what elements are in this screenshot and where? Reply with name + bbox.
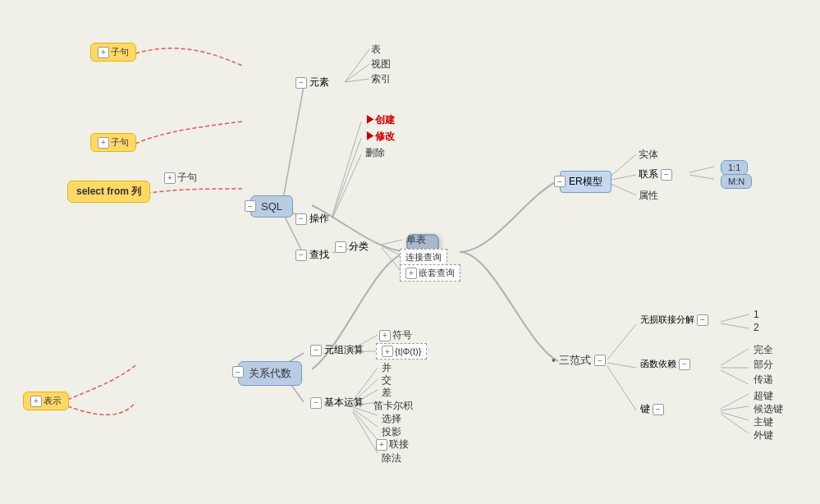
elements-group: − 元素 — [295, 76, 329, 89]
complete-label: 完全 — [754, 344, 773, 355]
relation-minus[interactable]: − — [661, 169, 672, 181]
table-label: 表 — [371, 44, 381, 55]
key-minus[interactable]: − — [653, 404, 664, 415]
num2-label: 2 — [754, 322, 759, 333]
svg-line-21 — [721, 314, 749, 322]
tuple-calc-plus[interactable]: + — [382, 346, 393, 357]
ziju1-plus-btn[interactable]: + — [98, 47, 109, 58]
relational-algebra-node: 关系代数 — [238, 361, 302, 386]
delete-label: 删除 — [365, 147, 385, 158]
primary-key-label: 主键 — [754, 416, 773, 428]
index-label: 索引 — [371, 73, 391, 85]
func-dep-minus[interactable]: − — [679, 359, 690, 370]
svg-line-5 — [345, 79, 369, 82]
symbol-plus[interactable]: + — [379, 330, 391, 341]
show-plus-btn[interactable]: + — [30, 396, 42, 407]
svg-line-25 — [721, 370, 749, 384]
er-model-minus-btn[interactable]: − — [554, 176, 566, 187]
three-normal-node: • 三范式 − — [552, 353, 606, 368]
entity-node: 实体 — [639, 148, 658, 162]
svg-line-10 — [382, 240, 402, 245]
entity-label: 实体 — [639, 149, 658, 160]
diff-node: 差 — [382, 386, 392, 400]
one-one-label: 1:1 — [728, 163, 740, 172]
complete-node: 完全 — [754, 343, 773, 357]
svg-line-20 — [607, 366, 636, 410]
group-calc-label: 元组演算 — [324, 343, 364, 357]
operations-minus[interactable]: − — [295, 213, 307, 225]
foreign-key-node: 外键 — [754, 428, 773, 442]
ziju2-plus-btn[interactable]: + — [98, 137, 109, 149]
ziju1-node: + 子句 — [90, 43, 136, 62]
show-node: + 表示 — [23, 392, 69, 410]
svg-line-29 — [721, 414, 749, 433]
num2-node: 2 — [754, 322, 759, 333]
svg-line-4 — [345, 64, 369, 82]
svg-line-26 — [721, 394, 749, 409]
ziju3-plus-btn[interactable]: + — [164, 172, 176, 184]
select-op-label: 选择 — [382, 413, 401, 424]
er-model-label: ER模型 — [569, 176, 602, 187]
svg-line-28 — [721, 412, 749, 420]
operations-group: − 操作 — [295, 212, 329, 226]
union-label: 并 — [382, 362, 392, 373]
join-op-plus[interactable]: + — [376, 439, 387, 451]
svg-line-27 — [721, 406, 749, 410]
svg-line-17 — [689, 175, 714, 179]
nested-query-plus[interactable]: + — [405, 268, 417, 279]
division-node: 除法 — [382, 451, 401, 465]
super-key-node: 超键 — [754, 389, 773, 403]
nested-query-node: + 嵌套查询 — [400, 264, 460, 282]
basic-ops-label: 基本运算 — [324, 396, 364, 410]
elements-label: 元素 — [309, 76, 329, 89]
mindmap-container: SQL − 关系代数 − ER模型 − • 三范式 − + 子句 + 子句 + … — [0, 0, 820, 504]
diff-label: 差 — [382, 387, 392, 398]
classify-group: − 分类 — [335, 240, 369, 254]
relational-algebra-minus-btn[interactable]: − — [232, 366, 244, 378]
symbol-label: 符号 — [392, 328, 412, 342]
func-dep-group: 函数依赖 − — [640, 358, 690, 370]
svg-line-7 — [332, 138, 361, 217]
table-node: 表 — [371, 43, 381, 57]
partial-label: 部分 — [754, 359, 773, 370]
group-calc-minus[interactable]: − — [310, 345, 322, 356]
er-model-node: ER模型 — [560, 171, 612, 193]
modify-label: 修改 — [375, 131, 395, 142]
svg-line-15 — [607, 182, 636, 195]
key-label: 键 — [640, 402, 650, 416]
join-query-node: 连接查询 — [400, 249, 447, 266]
three-normal-minus-btn[interactable]: − — [594, 355, 606, 366]
m-n-label: M:N — [728, 176, 744, 186]
svg-line-40 — [353, 410, 378, 440]
intersect-label: 交 — [382, 374, 392, 386]
join-query-label: 连接查询 — [405, 252, 442, 262]
num1-label: 1 — [754, 309, 759, 320]
tuple-calc-node: + {t|Φ(t)} — [376, 343, 427, 360]
svg-line-14 — [607, 175, 636, 181]
select-from-label: select from 列 — [76, 186, 141, 197]
elements-minus[interactable]: − — [295, 77, 307, 89]
m-n-node: M:N — [721, 174, 752, 189]
symbol-node: + 符号 — [379, 328, 412, 342]
single-table-node: 单表 — [406, 233, 426, 247]
attribute-node: 属性 — [639, 189, 658, 203]
svg-line-19 — [607, 363, 636, 368]
super-key-label: 超键 — [754, 390, 773, 401]
basic-ops-minus[interactable]: − — [310, 397, 322, 409]
basic-ops-group: − 基本运算 — [310, 396, 364, 410]
index-node: 索引 — [371, 72, 391, 86]
no-loss-minus[interactable]: − — [697, 314, 708, 326]
cartesian-label: 笛卡尔积 — [373, 400, 413, 411]
show-label: 表示 — [44, 395, 62, 407]
transitive-label: 传递 — [754, 373, 773, 385]
find-minus[interactable]: − — [295, 250, 307, 261]
classify-minus[interactable]: − — [335, 241, 346, 253]
no-loss-label: 无损联接分解 — [640, 314, 694, 326]
select-op-node: 选择 — [382, 412, 401, 426]
svg-line-16 — [689, 167, 714, 172]
svg-line-13 — [607, 154, 636, 179]
svg-line-41 — [353, 412, 378, 453]
func-dep-label: 函数依赖 — [640, 358, 676, 370]
sql-minus-btn[interactable]: − — [245, 200, 256, 212]
ziju2-node: + 子句 — [90, 133, 136, 152]
